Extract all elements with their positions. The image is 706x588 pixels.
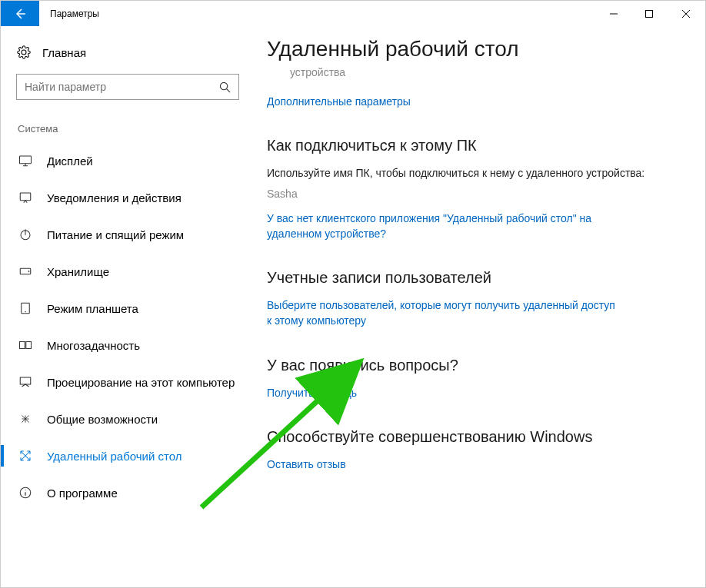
window-title: Параметры bbox=[39, 1, 99, 26]
display-icon bbox=[18, 153, 33, 168]
nav-item-power[interactable]: Питание и спящий режим bbox=[16, 216, 247, 253]
shared-icon bbox=[18, 411, 33, 427]
search-icon bbox=[218, 81, 231, 93]
maximize-icon bbox=[645, 10, 653, 18]
svg-rect-10 bbox=[26, 342, 32, 349]
nav-item-multitasking[interactable]: Многозадачность bbox=[16, 327, 247, 364]
tablet-icon bbox=[18, 301, 33, 316]
nav-label: Общие возможности bbox=[47, 413, 158, 426]
device-subtext: устройства bbox=[290, 66, 674, 78]
svg-point-6 bbox=[28, 271, 30, 272]
storage-icon bbox=[18, 264, 33, 279]
svg-rect-9 bbox=[20, 342, 25, 349]
nav-label: Проецирование на этот компьютер bbox=[47, 376, 235, 389]
how-connect-heading: Как подключиться к этому ПК bbox=[267, 137, 674, 154]
pc-name-value: Sasha bbox=[267, 188, 674, 200]
svg-point-8 bbox=[25, 311, 26, 313]
search-input[interactable] bbox=[25, 81, 218, 93]
projecting-icon bbox=[18, 374, 33, 390]
svg-rect-3 bbox=[20, 193, 31, 201]
titlebar: Параметры bbox=[1, 1, 705, 26]
nav-item-storage[interactable]: Хранилище bbox=[16, 253, 247, 290]
svg-rect-0 bbox=[646, 10, 653, 17]
category-header: Система bbox=[16, 123, 247, 135]
search-box[interactable] bbox=[16, 74, 239, 100]
nav-label: Хранилище bbox=[47, 265, 109, 278]
remote-desktop-icon bbox=[18, 448, 33, 463]
notifications-icon bbox=[18, 190, 33, 205]
get-help-link[interactable]: Получить помощь bbox=[267, 385, 674, 400]
svg-point-1 bbox=[220, 82, 227, 89]
sidebar: Главная Система Дисплей Уведомления и де… bbox=[1, 26, 251, 587]
power-icon bbox=[18, 227, 33, 242]
nav-item-about[interactable]: О программе bbox=[16, 474, 247, 511]
nav-item-remote-desktop[interactable]: Удаленный рабочий стол bbox=[16, 437, 247, 474]
nav-label: Удаленный рабочий стол bbox=[47, 450, 181, 463]
nav-label: Многозадачность bbox=[47, 339, 140, 352]
nav-label: Питание и спящий режим bbox=[47, 228, 184, 241]
info-icon bbox=[18, 485, 33, 500]
nav-label: О программе bbox=[47, 487, 118, 500]
content-area: Удаленный рабочий стол устройства Дополн… bbox=[251, 26, 705, 587]
nav-item-tablet[interactable]: Режим планшета bbox=[16, 290, 247, 327]
select-users-link[interactable]: Выберите пользователей, которые могут по… bbox=[267, 297, 621, 329]
gear-icon bbox=[16, 45, 32, 60]
nav-label: Режим планшета bbox=[47, 302, 138, 315]
feedback-link[interactable]: Оставить отзыв bbox=[267, 457, 674, 472]
nav-item-projecting[interactable]: Проецирование на этот компьютер bbox=[16, 364, 247, 400]
page-title: Удаленный рабочий стол bbox=[267, 37, 674, 61]
home-label: Главная bbox=[42, 46, 86, 59]
minimize-button[interactable] bbox=[596, 1, 631, 26]
improve-heading: Способствуйте совершенствованию Windows bbox=[267, 428, 674, 446]
svg-rect-2 bbox=[20, 156, 32, 164]
advanced-settings-link[interactable]: Дополнительные параметры bbox=[267, 94, 674, 109]
nav-label: Дисплей bbox=[47, 154, 93, 168]
minimize-icon bbox=[610, 10, 618, 18]
svg-rect-11 bbox=[20, 377, 31, 384]
close-button[interactable] bbox=[667, 1, 705, 26]
arrow-left-icon bbox=[14, 8, 26, 20]
user-accounts-heading: Учетные записи пользователей bbox=[267, 269, 674, 287]
nav-item-display[interactable]: Дисплей bbox=[16, 142, 247, 179]
nav-label: Уведомления и действия bbox=[47, 191, 181, 204]
maximize-button[interactable] bbox=[631, 1, 667, 26]
multitasking-icon bbox=[18, 337, 33, 353]
settings-window: Параметры Главная bbox=[0, 0, 706, 588]
nav-list: Дисплей Уведомления и действия Питание и… bbox=[16, 142, 247, 511]
close-icon bbox=[682, 10, 690, 18]
how-connect-text: Используйте имя ПК, чтобы подключиться к… bbox=[267, 165, 674, 181]
nav-item-shared[interactable]: Общие возможности bbox=[16, 400, 247, 437]
questions-heading: У вас появились вопросы? bbox=[267, 357, 674, 374]
sidebar-home[interactable]: Главная bbox=[16, 40, 247, 74]
back-button[interactable] bbox=[1, 1, 39, 26]
window-controls bbox=[596, 1, 705, 26]
no-client-link[interactable]: У вас нет клиентского приложения "Удален… bbox=[267, 211, 621, 242]
nav-item-notifications[interactable]: Уведомления и действия bbox=[16, 179, 247, 216]
